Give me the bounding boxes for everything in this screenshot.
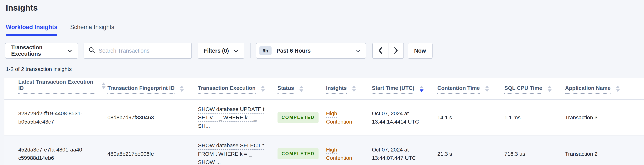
- time-range-badge: 6h: [260, 46, 272, 55]
- column-header-application-name[interactable]: Application Name: [565, 78, 644, 99]
- search-icon: [88, 47, 95, 55]
- insight-link[interactable]: High Contention: [326, 147, 352, 161]
- column-header-start-time[interactable]: Start Time (UTC): [372, 78, 437, 99]
- application-name: Transaction 3: [565, 99, 644, 136]
- table-row: 328729d2-ff19-4408-8531-b05a5b4e43c7 08d…: [4, 99, 644, 136]
- start-time: Oct 07, 2024 at 13:44:14.4414 UTC: [372, 99, 437, 136]
- chevron-down-icon: [356, 48, 361, 54]
- column-header-latest-execution-id[interactable]: Latest Transaction Execution ID: [4, 78, 108, 99]
- contention-time: 14.1 s: [437, 99, 504, 136]
- now-button[interactable]: Now: [408, 43, 432, 59]
- column-header-fingerprint-id[interactable]: Transaction Fingerprint ID: [108, 78, 198, 99]
- chevron-down-icon: [234, 48, 238, 54]
- sort-icon[interactable]: [261, 86, 265, 93]
- time-nav-buttons: [372, 43, 404, 59]
- search-box[interactable]: [84, 43, 192, 59]
- latest-execution-id: 452da3e7-e7fa-4801-aa40-c59988d14eb6: [4, 136, 108, 165]
- column-label: Status: [278, 85, 294, 94]
- toolbar: Transaction Executions Filters (0) 6h Pa…: [5, 43, 644, 59]
- transaction-insights-table: Latest Transaction Execution ID Transact…: [4, 78, 644, 165]
- sort-icon[interactable]: [102, 83, 106, 90]
- column-label: Start Time (UTC): [372, 85, 414, 94]
- application-name: Transaction 2: [565, 136, 644, 165]
- status-badge: COMPLETED: [278, 112, 318, 123]
- next-time-button[interactable]: [388, 43, 404, 58]
- tab-workload-insights[interactable]: Workload Insights: [6, 24, 58, 35]
- table-header-row: Latest Transaction Execution ID Transact…: [4, 78, 644, 99]
- latest-execution-id: 328729d2-ff19-4408-8531-b05a5b4e43c7: [4, 99, 108, 136]
- contention-time: 21.3 s: [437, 136, 504, 165]
- column-label: Insights: [326, 85, 347, 94]
- sort-icon[interactable]: [616, 86, 620, 93]
- sort-icon[interactable]: [352, 86, 356, 93]
- previous-time-button[interactable]: [373, 43, 388, 58]
- start-time: Oct 07, 2024 at 13:44:07.447 UTC: [372, 136, 437, 165]
- execution-type-label: Transaction Executions: [11, 44, 63, 57]
- sql-cpu-time: 716.3 µs: [504, 136, 565, 165]
- sort-icon[interactable]: [300, 86, 303, 93]
- chevron-left-icon: [378, 47, 382, 55]
- column-header-sql-cpu-time[interactable]: SQL CPU Time: [504, 78, 565, 99]
- insights-table-card: Latest Transaction Execution ID Transact…: [4, 78, 644, 165]
- column-label: Contention Time: [437, 85, 480, 94]
- time-range-picker[interactable]: 6h Past 6 Hours: [256, 43, 366, 59]
- sort-icon[interactable]: [485, 86, 489, 93]
- sort-icon-active-desc[interactable]: [420, 86, 424, 93]
- fingerprint-id: 08d8b7d97f830463: [108, 99, 198, 136]
- column-header-transaction-execution[interactable]: Transaction Execution: [198, 78, 278, 99]
- sort-icon[interactable]: [180, 86, 184, 93]
- search-input[interactable]: [98, 48, 187, 54]
- tab-bar: Workload Insights Schema Insights: [0, 24, 644, 35]
- column-label: Application Name: [565, 85, 610, 94]
- table-row: 452da3e7-e7fa-4801-aa40-c59988d14eb6 480…: [4, 136, 644, 165]
- column-label: Transaction Fingerprint ID: [108, 85, 174, 94]
- page-title: Insights: [0, 0, 644, 13]
- filters-label: Filters (0): [204, 48, 229, 54]
- column-header-status[interactable]: Status: [278, 78, 326, 99]
- column-label: Latest Transaction Execution ID: [18, 79, 96, 94]
- toolbar-divider: [250, 43, 250, 58]
- time-range-label: Past 6 Hours: [276, 48, 356, 54]
- transaction-execution-link[interactable]: SHOW database UPDATE t SET v = _ WHERE k…: [198, 106, 264, 129]
- chevron-down-icon: [68, 48, 72, 54]
- transaction-execution-link[interactable]: SHOW database SELECT * FROM t WHERE k = …: [198, 142, 264, 165]
- insight-link[interactable]: High Contention: [326, 110, 352, 125]
- column-header-contention-time[interactable]: Contention Time: [437, 78, 504, 99]
- column-header-insights[interactable]: Insights: [326, 78, 372, 99]
- sort-icon[interactable]: [548, 86, 552, 93]
- results-count: 1-2 of 2 transaction insights: [6, 66, 644, 72]
- sql-cpu-time: 1.1 ms: [504, 99, 565, 136]
- execution-type-dropdown[interactable]: Transaction Executions: [5, 43, 78, 59]
- tab-schema-insights[interactable]: Schema Insights: [70, 24, 114, 35]
- filters-button[interactable]: Filters (0): [198, 43, 244, 59]
- fingerprint-id: 480a8b217be006fe: [108, 136, 198, 165]
- status-badge: COMPLETED: [278, 148, 318, 159]
- column-label: SQL CPU Time: [504, 85, 542, 94]
- chevron-right-icon: [394, 47, 398, 55]
- column-label: Transaction Execution: [198, 85, 256, 94]
